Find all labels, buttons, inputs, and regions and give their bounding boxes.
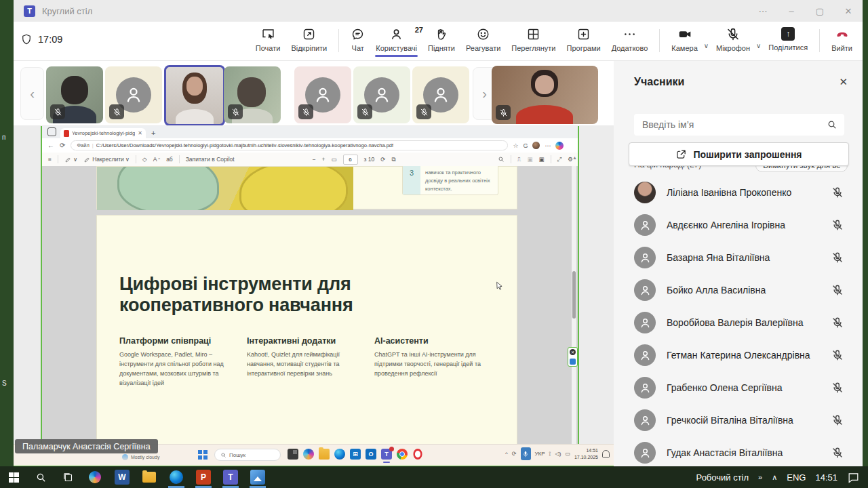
copilot-icon[interactable] xyxy=(303,449,314,460)
print-icon[interactable]: ⎍ xyxy=(517,156,521,163)
fit-page-icon[interactable]: ▭ xyxy=(332,156,337,163)
word-taskbar-icon[interactable]: W xyxy=(108,466,136,488)
task-view-button[interactable] xyxy=(54,466,81,488)
tab-close-icon[interactable]: ✕ xyxy=(138,130,142,136)
participant-row[interactable]: Ліліана Іванівна Прокопенко xyxy=(614,176,863,209)
apps-button[interactable]: Програми xyxy=(562,24,606,52)
maximize-button[interactable]: ▢ xyxy=(806,0,834,22)
page-number-field[interactable]: 6 xyxy=(343,155,358,165)
floating-extension-widget[interactable]: ✕ xyxy=(568,347,578,367)
ask-copilot-button[interactable]: Запитати в Copilot xyxy=(186,156,235,163)
edge-taskbar-icon[interactable] xyxy=(163,466,190,488)
more-button[interactable]: Додатково xyxy=(607,24,653,52)
mic-muted-icon[interactable] xyxy=(831,414,844,426)
mic-muted-icon[interactable] xyxy=(831,447,844,459)
tray-chevron-icon[interactable]: ^ xyxy=(505,451,508,457)
store-icon[interactable]: ⊞ xyxy=(350,449,361,460)
draw-button[interactable]: Накреслити∨ xyxy=(83,156,130,163)
toc-icon[interactable]: ≡ xyxy=(48,156,52,163)
video-tile-active-speaker[interactable] xyxy=(164,65,225,126)
photos-taskbar-icon[interactable] xyxy=(244,466,271,488)
language-indicator[interactable]: УКР xyxy=(535,451,545,457)
participant-row[interactable]: Бойко Алла Василівна xyxy=(614,274,863,306)
chat-button[interactable]: Чат xyxy=(346,24,370,52)
file-explorer-icon[interactable] xyxy=(319,449,330,460)
start-share-button[interactable]: Почати xyxy=(251,24,285,52)
zoom-in-button[interactable]: + xyxy=(322,156,326,163)
copilot-icon[interactable] xyxy=(555,142,564,150)
shared-search-box[interactable]: Пошук xyxy=(214,449,281,461)
outlook-icon[interactable]: O xyxy=(366,449,376,460)
url-field[interactable]: Файл | C:/Users/User/Downloads/Yevropejs… xyxy=(71,140,508,150)
edge-icon[interactable] xyxy=(334,449,345,460)
camera-button[interactable]: Камера xyxy=(667,24,702,52)
camera-options-chevron[interactable]: ∨ xyxy=(704,42,709,49)
teams-taskbar-icon[interactable]: T xyxy=(217,466,244,488)
erase-icon[interactable]: ◇ xyxy=(142,156,147,163)
wifi-icon[interactable]: ⟟ xyxy=(549,451,551,458)
share-invite-button[interactable]: Поширити запрошення xyxy=(629,142,849,166)
participant-row[interactable]: Воробйова Валерія Валеріївна xyxy=(614,306,863,339)
strip-prev-button[interactable]: ‹ xyxy=(20,67,44,120)
browser-tab[interactable]: Yevropejski-tehnologiyi-pidgotov... ✕ xyxy=(60,128,146,138)
favorite-star-icon[interactable]: ☆ xyxy=(513,142,518,149)
share-button[interactable]: ↑ Поділитися xyxy=(764,24,812,52)
zoom-out-button[interactable]: − xyxy=(313,156,316,163)
save-as-icon[interactable]: ▣ xyxy=(539,156,545,163)
browser-more-icon[interactable]: ⋯ xyxy=(545,142,551,149)
read-aloud-button[interactable]: A^ xyxy=(153,156,161,163)
participant-row[interactable]: Базарна Яна Віталіївна xyxy=(614,241,863,274)
participant-search[interactable] xyxy=(634,114,844,136)
tray-chevron-icon[interactable]: ∧ xyxy=(772,473,777,482)
tray-mic-icon[interactable] xyxy=(521,447,531,460)
people-button[interactable]: 27 Користувачі xyxy=(371,24,422,52)
chrome-icon[interactable] xyxy=(397,449,408,460)
pdf-search-icon[interactable] xyxy=(498,156,505,163)
scrollbar-thumb[interactable] xyxy=(572,271,576,319)
mic-muted-icon[interactable] xyxy=(831,382,844,394)
mic-muted-icon[interactable] xyxy=(831,349,844,361)
translate-button[interactable]: аб xyxy=(166,156,173,163)
unpin-button[interactable]: Відкріпити xyxy=(286,24,332,52)
task-view-icon[interactable] xyxy=(288,449,298,460)
window-more-button[interactable]: ⋯ xyxy=(749,0,777,22)
close-button[interactable]: ✕ xyxy=(834,0,863,22)
video-tile[interactable] xyxy=(46,66,103,123)
widget-close-icon[interactable]: ✕ xyxy=(570,349,576,355)
mic-muted-icon[interactable] xyxy=(831,186,844,199)
shared-start-button[interactable] xyxy=(198,450,208,460)
browser-profile-avatar[interactable] xyxy=(532,142,540,149)
opera-icon[interactable] xyxy=(413,449,422,460)
avatar-tile[interactable] xyxy=(294,66,351,123)
widget-app-icon[interactable] xyxy=(570,359,576,365)
teams-icon[interactable]: T xyxy=(381,449,392,460)
microphone-button[interactable]: Мікрофон xyxy=(711,24,755,52)
desktop-label[interactable]: Робочий стіл xyxy=(696,472,749,483)
mic-options-chevron[interactable]: ∨ xyxy=(756,42,761,49)
scroll-up-arrow[interactable]: ▲ xyxy=(572,155,577,160)
highlighter-icon[interactable]: ∨ xyxy=(64,156,77,163)
back-icon[interactable]: ← xyxy=(47,142,54,149)
workspaces-icon[interactable] xyxy=(47,127,56,136)
battery-icon[interactable]: ▭ xyxy=(565,451,570,457)
mic-muted-icon[interactable] xyxy=(831,219,844,231)
mic-muted-icon[interactable] xyxy=(831,284,844,296)
avatar-tile[interactable] xyxy=(353,66,410,123)
explorer-taskbar-icon[interactable] xyxy=(136,466,163,488)
mic-muted-icon[interactable] xyxy=(831,251,844,264)
rotate-icon[interactable]: ⟳ xyxy=(380,156,385,163)
clock[interactable]: 14:51 xyxy=(815,472,837,483)
action-center-icon[interactable] xyxy=(847,471,860,484)
taskbar-search-button[interactable] xyxy=(27,466,54,488)
video-tile-large[interactable] xyxy=(492,66,598,124)
participant-row[interactable]: Гетман Катерина Олександрівна xyxy=(614,339,863,371)
react-button[interactable]: Реагувати xyxy=(461,24,505,52)
raise-hand-button[interactable]: Підняти xyxy=(423,24,460,52)
reload-icon[interactable]: ⟳ xyxy=(60,142,65,149)
avatar-tile[interactable] xyxy=(412,66,469,123)
new-tab-button[interactable]: + xyxy=(151,129,155,137)
page-view-icon[interactable]: ⧉ xyxy=(391,156,395,163)
participant-row[interactable]: Гречкосій Віталіна Віталіївна xyxy=(614,404,863,436)
volume-icon[interactable]: ◁) xyxy=(555,451,561,457)
expand-icon[interactable]: ⤢ xyxy=(557,156,562,163)
